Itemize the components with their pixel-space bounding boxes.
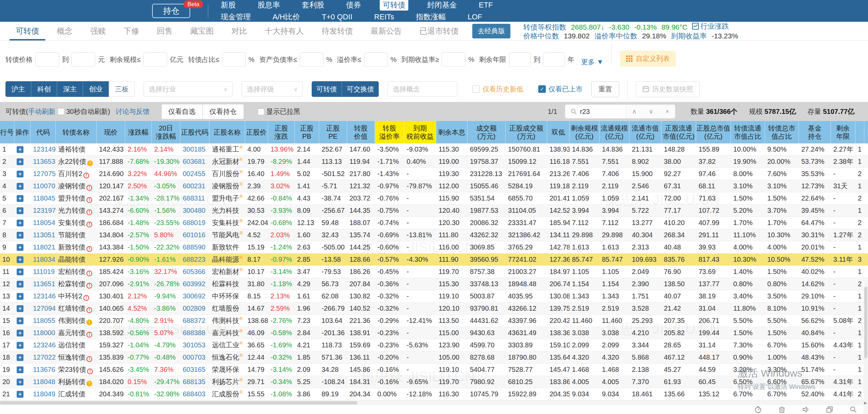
horizontal-scrollbar[interactable]: ▶ xyxy=(0,400,868,405)
tab-对比[interactable]: 对比 xyxy=(223,22,256,40)
timer-icon[interactable] xyxy=(754,406,762,413)
column-header-正股成交额(万元)[interactable]: 正股成交额(万元) xyxy=(506,121,547,143)
table-row[interactable]: 14+127094红墙转债!140.0654.52%-3.86%002809红墙… xyxy=(0,303,868,315)
cell-stock-code[interactable]: 688019 xyxy=(180,219,210,227)
watchlist-only-button[interactable]: 仅看自选 xyxy=(161,104,202,119)
bond-type-button-可交换债[interactable]: 可交换债 xyxy=(342,81,379,97)
add-to-watchlist-icon[interactable]: + xyxy=(17,330,23,337)
add-to-watchlist-icon[interactable]: + xyxy=(17,305,23,312)
search-prev-button[interactable]: ∧ xyxy=(626,108,643,115)
table-row[interactable]: 1+123149通裕转债142.4332.16%2.14%300185通裕重工R… xyxy=(0,143,868,156)
table-row[interactable]: 2+113653永22转债!117.888-7.68%-19.30%603681… xyxy=(0,156,868,168)
column-header-转债流通市值占比[interactable]: 转债流通市值占比 xyxy=(731,121,765,143)
more-filters-link[interactable]: 更多 ▼ xyxy=(581,57,603,67)
checkbox-unchecked[interactable] xyxy=(472,85,480,93)
cell-bond-code[interactable]: 113653 xyxy=(31,158,56,166)
table-row[interactable]: 7+118054安集转债!186.684-1.48%-23.55%688019安… xyxy=(0,217,868,229)
table-row[interactable]: 18+127022恒逸转债!135.839-0.77%-0.48%000703恒… xyxy=(0,351,868,364)
cell-bond-code[interactable]: 127094 xyxy=(31,305,56,312)
market-button-三板[interactable]: 三板 xyxy=(109,81,135,97)
table-row[interactable]: 10+118034晶能转债127.926-0.90%-1.61%688223晶科… xyxy=(0,254,868,266)
cell-stock-code[interactable]: 688372 xyxy=(180,317,210,325)
tab-概念[interactable]: 概念 xyxy=(48,22,81,40)
cell-bond-code[interactable]: 118000 xyxy=(31,329,56,337)
trash-icon[interactable] xyxy=(778,406,786,413)
nav-item-ETF[interactable]: ETF xyxy=(476,0,496,10)
cell-stock-code[interactable]: 300480 xyxy=(180,207,210,214)
cell-stock-code[interactable]: 603681 xyxy=(180,158,210,166)
column-header-剩余本息[interactable]: 剩余本息 xyxy=(436,121,468,143)
tab-十大持有人[interactable]: 十大持有人 xyxy=(256,22,313,40)
nav-item-债券[interactable]: 债券 xyxy=(343,0,364,11)
cell-stock-code[interactable]: 688403 xyxy=(180,390,210,398)
table-row[interactable]: 19+113676荣23转债!145.626-3.45%7.36%603165荣… xyxy=(0,364,868,376)
windows-icon[interactable] xyxy=(826,406,833,413)
cell-bond-code[interactable]: 123197 xyxy=(31,207,56,214)
table-row[interactable]: 8+113051节能转债134.804-2.57%5.80%601016节能风电… xyxy=(0,229,868,241)
cell-bond-code[interactable]: 118045 xyxy=(31,194,56,202)
nav-item-LOF[interactable]: LOF xyxy=(464,12,485,22)
nav-item-可转债[interactable]: 可转债 xyxy=(380,0,408,11)
column-header-流通市值(亿元)[interactable]: 流通市值(亿元) xyxy=(629,121,661,143)
add-to-watchlist-icon[interactable]: + xyxy=(17,232,23,239)
column-header-基金持仓[interactable]: 基金持仓 xyxy=(799,121,831,143)
column-header-操作[interactable]: 操作 xyxy=(14,121,31,143)
column-header-转债总市值占比[interactable]: 转债总市值占比 xyxy=(765,121,799,143)
add-to-watchlist-icon[interactable]: + xyxy=(17,317,23,324)
table-row[interactable]: 13+123146中环转2!130.4012.12%-9.94%300692中环… xyxy=(0,290,868,303)
add-to-watchlist-icon[interactable]: + xyxy=(17,207,23,214)
cell-bond-code[interactable]: 110070 xyxy=(31,182,56,190)
cell-stock-code[interactable]: 300185 xyxy=(180,145,210,153)
market-button-创业[interactable]: 创业 xyxy=(83,81,109,97)
column-header-剩余年限[interactable]: 剩余年限 xyxy=(831,121,855,143)
cell-stock-code[interactable]: 301053 xyxy=(180,341,210,349)
tab-待发转债[interactable]: 待发转债 xyxy=(313,22,362,40)
tab-回售[interactable]: 回售 xyxy=(148,22,181,40)
cell-stock-code[interactable]: 000703 xyxy=(180,353,210,361)
cell-bond-code[interactable]: 118034 xyxy=(31,256,56,263)
bond-ratio-input[interactable] xyxy=(222,52,246,67)
cell-stock-code[interactable]: 603992 xyxy=(180,280,210,288)
cell-bond-code[interactable]: 118021 xyxy=(31,243,56,251)
add-to-watchlist-icon[interactable]: + xyxy=(17,269,23,275)
premium-input[interactable] xyxy=(364,52,388,67)
table-row[interactable]: 16+118000嘉元转债!138.592-0.56%5.07%688388嘉元… xyxy=(0,327,868,339)
years-max-input[interactable] xyxy=(543,52,565,67)
table-row[interactable]: 5+118045盟升转债!202.167-1.34%-28.17%688311盟… xyxy=(0,192,868,205)
column-header-正股价[interactable]: 正股价 xyxy=(245,121,268,143)
reset-button[interactable]: 重置 xyxy=(591,81,619,97)
add-to-watchlist-icon[interactable]: + xyxy=(17,354,23,361)
cell-bond-code[interactable]: 113676 xyxy=(31,366,56,374)
table-row[interactable]: 17+123246远信转债159.327-1.04%-4.79%301053远信… xyxy=(0,339,868,351)
feedback-link[interactable]: 讨论与反馈 xyxy=(116,107,150,116)
show-blacklisted-checkbox[interactable]: 显示已拉黑 xyxy=(256,107,300,116)
listed-only-checkbox[interactable]: ✓ 仅看已上市 xyxy=(538,85,583,94)
tab-下修[interactable]: 下修 xyxy=(115,22,148,40)
nav-item-T+0 QDII[interactable]: T+0 QDII xyxy=(319,12,356,22)
cell-stock-code[interactable]: 688135 xyxy=(180,378,210,386)
cell-stock-code[interactable]: 688311 xyxy=(180,194,210,202)
table-row[interactable]: 6+123197光力转债!143.274-6.60%-1.56%300480光力… xyxy=(0,205,868,217)
custom-list-button[interactable]: 自定义列表 xyxy=(620,51,676,67)
holdings-only-button[interactable]: 仅看持仓 xyxy=(202,104,244,119)
nav-item-REITs[interactable]: REITs xyxy=(371,12,397,22)
cell-stock-code[interactable]: 600231 xyxy=(180,182,210,190)
search-input[interactable]: r23 xyxy=(580,108,590,116)
add-to-watchlist-icon[interactable]: + xyxy=(17,366,23,373)
table-row[interactable]: 3+127075百川转2!214.6903.22%44.96%002455百川股… xyxy=(0,168,868,180)
add-to-watchlist-icon[interactable]: + xyxy=(17,391,23,398)
column-header-剩余规模(亿元)[interactable]: 剩余规模(亿元) xyxy=(570,121,600,143)
cell-bond-code[interactable]: 127022 xyxy=(31,353,56,361)
tab-可转债[interactable]: 可转债 xyxy=(7,22,48,40)
cell-stock-code[interactable]: 688590 xyxy=(180,243,210,251)
nav-item-套利股[interactable]: 套利股 xyxy=(299,0,327,11)
column-header-cut[interactable] xyxy=(855,121,864,143)
market-button-沪主[interactable]: 沪主 xyxy=(5,81,31,97)
column-header-正股PE[interactable]: 正股PE xyxy=(319,121,347,143)
market-button-深主[interactable]: 深主 xyxy=(57,81,83,97)
debt-ratio-input[interactable] xyxy=(300,52,324,67)
column-header-转股价值[interactable]: 转股价值 xyxy=(347,121,375,143)
table-row[interactable]: 9+118021新致转债!143.384-1.50%-22.32%688590新… xyxy=(0,241,868,254)
cell-stock-code[interactable]: 688388 xyxy=(180,329,210,337)
cell-bond-code[interactable]: 118054 xyxy=(31,219,56,227)
